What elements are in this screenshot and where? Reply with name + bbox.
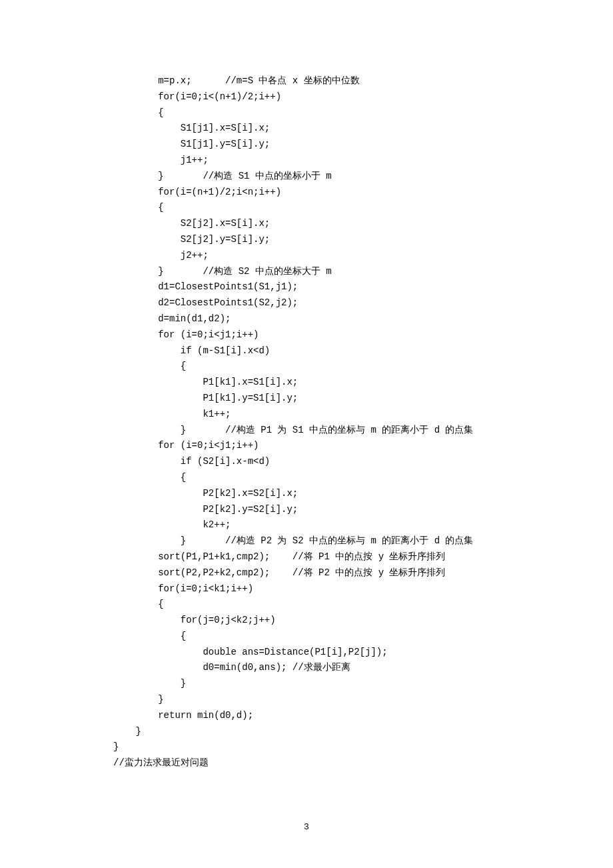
document-page: m=p.x; //m=S 中各点 x 坐标的中位数 for(i=0;i<(n+1…	[0, 0, 613, 868]
page-number: 3	[0, 820, 613, 835]
code-block: m=p.x; //m=S 中各点 x 坐标的中位数 for(i=0;i<(n+1…	[113, 73, 500, 771]
